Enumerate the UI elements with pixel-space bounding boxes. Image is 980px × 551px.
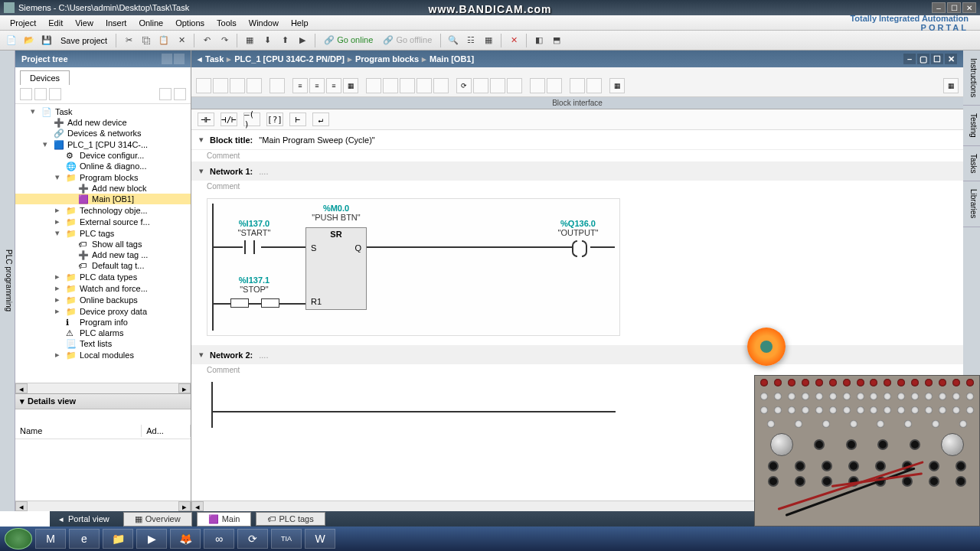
network-1-header[interactable]: ▾ Network 1: ....	[191, 161, 963, 181]
editor-maximize-icon[interactable]: ☐	[931, 54, 943, 64]
collapse-block-icon[interactable]: ▾	[199, 135, 204, 145]
editor-restore-icon[interactable]: ▢	[917, 54, 929, 64]
menu-insert[interactable]: Insert	[100, 17, 133, 29]
tab-libraries[interactable]: Libraries	[963, 181, 980, 227]
lad-branch-open-icon[interactable]: ⊢	[289, 112, 306, 126]
taskbar-teamviewer-icon[interactable]: ⟳	[237, 529, 268, 549]
et-17[interactable]	[586, 78, 602, 93]
download-icon[interactable]: ⬇	[260, 33, 275, 48]
paste-icon[interactable]: 📋	[156, 33, 172, 48]
et-7[interactable]	[383, 78, 398, 93]
save-project-button[interactable]: Save project	[57, 36, 111, 45]
tree-item[interactable]: ➕Add new block	[15, 183, 191, 194]
et-6[interactable]	[366, 78, 381, 93]
delete-icon[interactable]: ✕	[174, 33, 189, 48]
stop-contact-2[interactable]	[261, 298, 279, 308]
lad-contact-no-icon[interactable]: ⊣⊢	[198, 112, 214, 126]
et-16[interactable]	[570, 78, 585, 93]
scroll-right-icon[interactable]: ▸	[178, 383, 191, 393]
et-12[interactable]	[490, 78, 505, 93]
tree-hscroll[interactable]: ◂ ▸	[15, 383, 191, 393]
new-project-icon[interactable]: 📄	[4, 33, 19, 48]
stop-contact-1[interactable]	[230, 298, 249, 308]
et-13[interactable]	[507, 78, 522, 93]
go-offline-button[interactable]: 🔗 Go offline	[379, 35, 436, 45]
et-list-icon[interactable]: ≡	[326, 78, 341, 93]
tree-item[interactable]: ▾🟦PLC_1 [CPU 314C-...	[15, 139, 191, 150]
menu-window[interactable]: Window	[243, 17, 285, 29]
et-10[interactable]	[433, 78, 449, 93]
lad-branch-close-icon[interactable]: ↵	[312, 112, 329, 126]
tree-btn-2[interactable]	[34, 88, 47, 100]
tree-item[interactable]: 🟪Main [OB1]	[15, 194, 191, 204]
et-indent-icon[interactable]: ≡	[292, 78, 308, 93]
undo-icon[interactable]: ↶	[199, 33, 214, 48]
minimize-button[interactable]: –	[932, 2, 946, 13]
collapse-left-icon[interactable]	[174, 54, 185, 64]
close-button[interactable]: ✕	[962, 2, 976, 13]
tree-item[interactable]: ▸📁Device proxy data	[15, 305, 191, 317]
block-interface-bar[interactable]: Block interface	[191, 97, 963, 109]
upload-icon[interactable]: ⬆	[277, 33, 292, 48]
tree-btn-1[interactable]	[20, 88, 32, 100]
collapse-network1-icon[interactable]: ▾	[199, 166, 204, 176]
et-11[interactable]	[473, 78, 488, 93]
split-h-icon[interactable]: ◧	[531, 33, 547, 48]
go-online-button[interactable]: 🔗 Go online	[320, 35, 377, 45]
tree-item[interactable]: ▸📁Technology obje...	[15, 204, 191, 216]
et-outdent-icon[interactable]: ≡	[309, 78, 325, 93]
compile-icon[interactable]: ▦	[242, 33, 257, 48]
layout-icon[interactable]: ▦	[481, 33, 496, 48]
tree-item[interactable]: ➕Add new tag ...	[15, 249, 191, 260]
open-project-icon[interactable]: 📂	[21, 33, 37, 48]
details-hscroll[interactable]: ◂▸	[15, 500, 191, 511]
tree-item[interactable]: ▾📁PLC tags	[15, 227, 191, 239]
tree-item[interactable]: 🌐Online & diagno...	[15, 161, 191, 171]
et-5[interactable]	[270, 78, 285, 93]
taskbar-explorer-icon[interactable]: 📁	[103, 529, 133, 549]
menu-edit[interactable]: Edit	[42, 17, 69, 29]
output-coil[interactable]	[572, 240, 587, 254]
menu-view[interactable]: View	[69, 17, 100, 29]
ladder-canvas-1[interactable]: %I137.0 "START" %M0.0 "PUSH BTN" SR S	[207, 198, 620, 336]
block-comment[interactable]: Comment	[191, 150, 963, 161]
lad-contact-nc-icon[interactable]: ⊣/⊢	[220, 112, 237, 126]
tree-item[interactable]: ⚙Device configur...	[15, 150, 191, 161]
tree-item[interactable]: ▸📁External source f...	[15, 216, 191, 227]
taskbar-media-icon[interactable]: ▶	[136, 529, 167, 549]
taskbar-firefox-icon[interactable]: 🦊	[170, 529, 201, 549]
editor-minimize-icon[interactable]: –	[903, 54, 916, 64]
cut-icon[interactable]: ✂	[121, 33, 136, 48]
tree-item[interactable]: ⚠PLC alarms	[15, 328, 191, 338]
tree-item[interactable]: ➕Add new device	[15, 117, 191, 128]
project-tree[interactable]: ▾📄Task➕Add new device🔗Devices & networks…	[15, 104, 191, 383]
close-online-icon[interactable]: ✕	[506, 33, 521, 48]
taskbar-ie-icon[interactable]: e	[69, 529, 100, 549]
menu-options[interactable]: Options	[169, 17, 211, 29]
et-15[interactable]	[547, 78, 562, 93]
tree-item[interactable]: ▾📁Program blocks	[15, 171, 191, 183]
et-monitor-icon[interactable]: ⟳	[456, 78, 472, 93]
menu-tools[interactable]: Tools	[211, 17, 243, 29]
tab-testing[interactable]: Testing	[963, 106, 980, 146]
start-button[interactable]	[5, 528, 32, 549]
simulate-icon[interactable]: ▶	[295, 33, 310, 48]
tree-item[interactable]: 🏷Show all tags	[15, 239, 191, 249]
editor-close-icon[interactable]: ✕	[945, 54, 957, 64]
taskbar-word-icon[interactable]: W	[305, 529, 335, 549]
tree-item[interactable]: ▸📁Online backups	[15, 294, 191, 305]
et-settings-icon[interactable]: ▦	[943, 78, 959, 93]
tab-main[interactable]: 🟪 Main	[197, 512, 252, 527]
tab-overview[interactable]: ▦ Overview	[123, 512, 192, 527]
col-address[interactable]: Ad...	[142, 425, 191, 437]
maximize-button[interactable]: ☐	[947, 2, 961, 13]
pin-icon[interactable]	[162, 54, 172, 64]
start-contact[interactable]	[243, 240, 256, 254]
tree-item[interactable]: ▸📁Watch and force...	[15, 282, 191, 294]
collapse-network2-icon[interactable]: ▾	[199, 350, 204, 360]
sr-block[interactable]: SR S Q R1	[305, 227, 367, 310]
portal-view-button[interactable]: ◂ Portal view	[50, 514, 119, 524]
tree-btn-list-icon[interactable]	[174, 88, 186, 100]
et-grid-icon[interactable]: ▦	[343, 78, 358, 93]
tree-btn-grid-icon[interactable]	[159, 88, 172, 100]
